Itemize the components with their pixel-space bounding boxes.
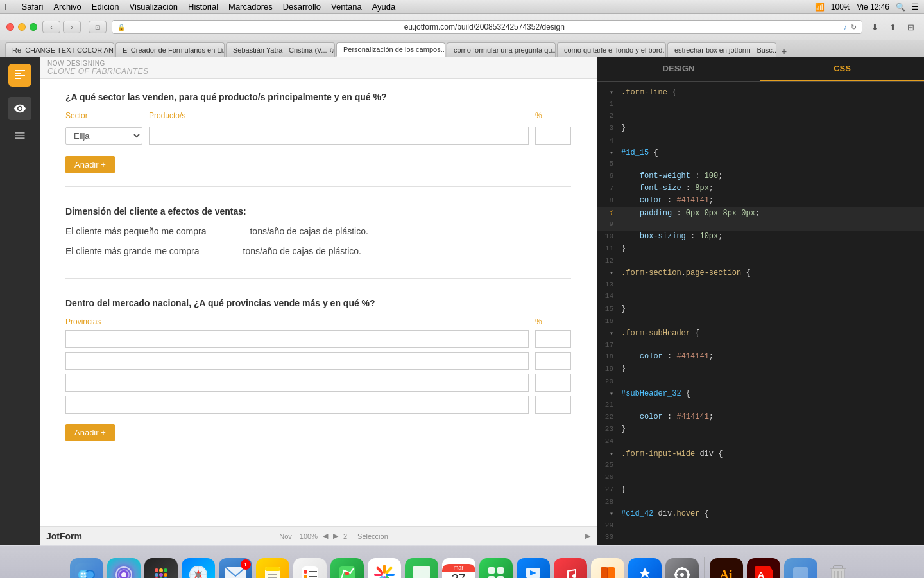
dock-maps[interactable] [330, 558, 364, 578]
section3-add-button[interactable]: Añadir + [65, 424, 115, 441]
tab-design[interactable]: DESIGN [597, 57, 760, 81]
section2-title: Dimensión del cliente a efectos de venta… [65, 206, 571, 216]
dock-keynote[interactable] [517, 558, 550, 578]
menu-edicion[interactable]: Edición [92, 2, 119, 12]
jotform-logo[interactable] [8, 64, 31, 87]
dock-settings[interactable] [665, 558, 699, 578]
line-num-12: 12 [602, 256, 621, 267]
pct-input-1[interactable] [535, 330, 571, 348]
section1-col-headers: Sector Producto/s % [65, 111, 571, 123]
dock-books[interactable] [591, 558, 624, 578]
line-num-17: ▾ 17 [602, 328, 621, 351]
producto-input[interactable] [149, 127, 529, 144]
share-icon[interactable]: ⬆ [886, 20, 900, 34]
dock-icon-placeholder[interactable] [784, 558, 817, 578]
provincias-input-1[interactable] [65, 330, 529, 348]
provincias-input-4[interactable] [65, 396, 529, 414]
pct-input-2[interactable] [535, 352, 571, 370]
menu-visualizacion[interactable]: Visualización [129, 2, 178, 12]
new-tab-button[interactable]: + [778, 46, 791, 57]
dock-appstore[interactable] [628, 558, 662, 578]
browser-tab-0[interactable]: Re: CHANGE TEXT COLOR AND... [5, 42, 114, 57]
minimize-button[interactable] [18, 23, 26, 31]
browser-tab-6[interactable]: estrechar box en jotform - Busc... [667, 42, 776, 57]
url-text[interactable]: eu.jotform.com/build/200853242574352/des… [129, 22, 840, 31]
menu-safari[interactable]: Safari [21, 2, 43, 12]
menu-marcadores[interactable]: Marcadores [228, 2, 273, 12]
css-editor[interactable]: ▾ 1 .form-line { 2 3 } 4 ▾ 5 #id_15 { [597, 82, 924, 545]
dock-calendar[interactable]: mar 27 [442, 558, 475, 578]
dock-acrobat[interactable]: A [747, 558, 780, 578]
menubar-right: 📶 100% Vie 12:46 🔍 ☰ [815, 3, 919, 12]
provincias-input-3[interactable] [65, 374, 529, 392]
sector-select[interactable]: Elija [65, 127, 142, 144]
dock-siri[interactable] [107, 558, 141, 578]
scroll-right[interactable]: ▶ [585, 532, 590, 540]
dock-reminders[interactable] [293, 558, 327, 578]
dock-finder[interactable] [70, 558, 103, 578]
code-line-8: 8 color : #414141; [597, 195, 924, 207]
maximize-button[interactable] [30, 23, 37, 31]
mail-badge: 1 [241, 559, 251, 570]
tab-css[interactable]: CSS [760, 57, 924, 81]
code-line-6: 6 font-weight : 100; [597, 170, 924, 182]
dock-launchpad[interactable] [144, 558, 178, 578]
sentence1-input[interactable] [209, 225, 247, 236]
apple-menu[interactable]:  [5, 1, 8, 12]
line-content-26 [621, 471, 626, 484]
reload-icon[interactable]: ↻ [851, 23, 857, 31]
control-center-icon[interactable]: ☰ [912, 3, 919, 12]
line-num-1: ▾ 1 [602, 87, 621, 110]
menu-ayuda[interactable]: Ayuda [372, 2, 396, 12]
panel-tabs: DESIGN CSS [597, 57, 924, 82]
new-tab-icon[interactable]: ⊞ [903, 20, 918, 34]
close-button[interactable] [6, 23, 14, 31]
browser-tab-3[interactable]: Personalización de los campos... [336, 42, 445, 57]
sidebar-toggle-button[interactable]: ⊡ [89, 21, 107, 33]
menu-desarrollo[interactable]: Desarrollo [283, 2, 321, 12]
form-title: Clone of Fabricantes [47, 67, 589, 76]
col-producto-label: Producto/s [149, 111, 529, 120]
dock-notes[interactable] [256, 558, 289, 578]
menu-icon[interactable] [8, 124, 31, 147]
download-icon[interactable]: ⬇ [868, 20, 882, 34]
back-button[interactable]: ‹ [42, 21, 60, 33]
line-num-16: 16 [602, 316, 621, 328]
search-icon[interactable]: 🔍 [896, 3, 905, 12]
dock-music[interactable] [554, 558, 587, 578]
browser-tab-4[interactable]: como formular una pregunta qu... [447, 42, 556, 57]
sentence2-input[interactable] [202, 245, 241, 256]
dock-safari[interactable] [182, 558, 215, 578]
pct-input-3[interactable] [535, 374, 571, 392]
address-bar[interactable]: 🔒 eu.jotform.com/build/200853242574352/d… [112, 20, 862, 34]
dock-messages[interactable] [405, 558, 438, 578]
section1-add-button[interactable]: Añadir + [65, 156, 115, 173]
eye-icon[interactable] [8, 97, 31, 120]
menu-archivo[interactable]: Archivo [53, 2, 81, 12]
clock: Vie 12:46 [857, 3, 890, 12]
sound-icon[interactable]: ♪ [844, 23, 848, 31]
provincias-row-2 [65, 352, 571, 370]
provincias-row-4 [65, 396, 571, 414]
code-line-4: 4 [597, 135, 924, 147]
line-num-14: 14 [602, 291, 621, 302]
line-content-16 [621, 315, 626, 328]
provincias-input-2[interactable] [65, 352, 529, 370]
dock-numbers[interactable] [479, 558, 513, 578]
dock-trash[interactable] [821, 558, 855, 578]
pagination-prev[interactable]: ◀ [323, 532, 328, 540]
browser-tab-5[interactable]: como quitarle el fondo y el bord... [557, 42, 666, 57]
dock-photos[interactable] [368, 558, 401, 578]
line-num-19: 19 [602, 363, 621, 375]
menu-historial[interactable]: Historial [188, 2, 218, 12]
forward-button[interactable]: › [63, 21, 81, 33]
menu-ventana[interactable]: Ventana [331, 2, 362, 12]
browser-tab-1[interactable]: El Creador de Formularios en Lí... [116, 42, 225, 57]
browser-tab-2[interactable]: Sebastián Yatra - Cristina (V... ♫ [226, 42, 335, 57]
pct-input-4[interactable] [535, 396, 571, 414]
dock-mail[interactable]: 1 [219, 558, 252, 578]
pagination-next[interactable]: ▶ [333, 532, 338, 540]
pct1-input[interactable] [535, 127, 571, 144]
code-line-9: i 9 padding : 0px 0px 8px 0px; [597, 207, 924, 231]
dock-illustrator[interactable]: Ai [710, 558, 743, 578]
